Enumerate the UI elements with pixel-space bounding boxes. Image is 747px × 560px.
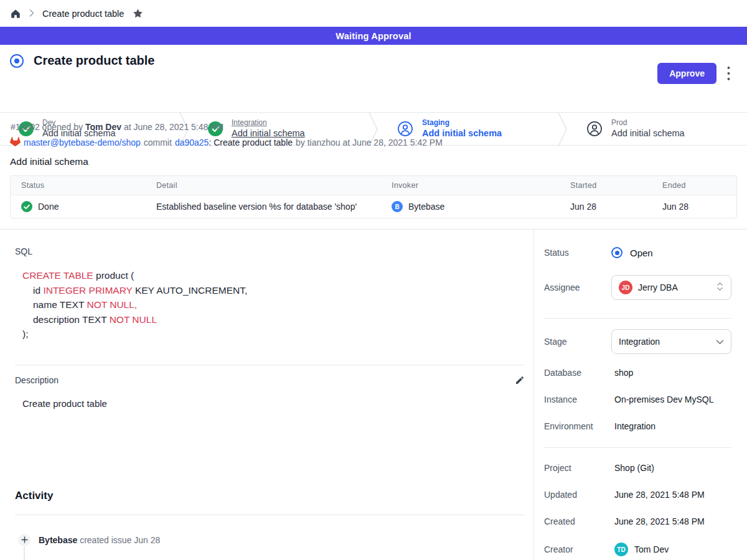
- updated-value: June 28, 2021 5:48 PM: [611, 490, 705, 500]
- divider: [15, 515, 525, 515]
- project-label: Project: [544, 463, 611, 473]
- sql-token: product (: [93, 270, 134, 281]
- stage-select[interactable]: Integration: [611, 329, 731, 354]
- stage-env-label: Integration: [232, 118, 305, 128]
- task-section-title: Add initial schema: [10, 156, 737, 167]
- instance-value: On-premises Dev MySQL: [611, 394, 713, 404]
- content-area: SQL CREATE TABLE product ( id INTEGER PR…: [0, 229, 747, 560]
- commit-word: commit: [144, 138, 172, 147]
- stage-value: Integration: [619, 337, 710, 347]
- table-row[interactable]: Done Established baseline version %s for…: [11, 195, 736, 218]
- status-row: Status Open: [544, 247, 731, 258]
- sql-token: INTEGER PRIMARY: [43, 285, 132, 296]
- instance-row: Instance On-premises Dev MySQL: [544, 394, 731, 404]
- activity-action: created issue Jun 28: [80, 535, 160, 545]
- database-value: shop: [611, 368, 633, 378]
- sql-token: description TEXT: [33, 314, 110, 325]
- person-icon: [397, 121, 413, 137]
- issue-sidebar: Status Open Assignee JD Jerry DBA: [534, 230, 746, 560]
- created-value: June 28, 2021 5:48 PM: [611, 516, 705, 526]
- person-icon: [586, 121, 603, 137]
- sql-token: id: [33, 285, 43, 296]
- creator-row: Creator TD Tom Dev: [544, 543, 731, 556]
- issue-open-icon: [10, 54, 24, 68]
- commit-line: master@bytebase-demo/shop commit da90a25…: [10, 136, 446, 148]
- environment-label: Environment: [544, 421, 611, 431]
- issue-author: Tom Dev: [85, 122, 121, 132]
- issue-title: Create product table: [34, 54, 154, 68]
- task-table: Status Detail Invoker Started Ended Done…: [10, 175, 737, 218]
- sql-token: name TEXT: [33, 299, 87, 310]
- status-label: Status: [544, 248, 611, 258]
- issue-header: Create product table #13002 opened by To…: [0, 45, 747, 112]
- task-ended: Jun 28: [652, 202, 736, 212]
- sql-token: CREATE TABLE: [22, 270, 93, 281]
- home-icon[interactable]: [10, 8, 21, 19]
- open-status-icon: [611, 247, 622, 258]
- creator-avatar: TD: [614, 543, 628, 556]
- created-label: Created: [544, 516, 611, 526]
- task-table-header: Status Detail Invoker Started Ended: [11, 176, 736, 195]
- assignee-label: Assignee: [544, 282, 611, 292]
- issue-meta: #13002 opened by Tom Dev at June 28, 202…: [11, 122, 223, 132]
- task-started: Jun 28: [560, 202, 652, 212]
- environment-value: Integration: [611, 421, 655, 431]
- assignee-value: Jerry DBA: [638, 282, 710, 292]
- stage-prod[interactable]: Prod Add initial schema: [568, 113, 747, 145]
- sql-token: );: [22, 329, 28, 339]
- stage-env-label: Prod: [611, 118, 685, 128]
- sql-token: NOT NULL,: [87, 299, 137, 310]
- stage-separator: [558, 113, 568, 146]
- commit-branch-link[interactable]: master@bytebase-demo/shop: [24, 138, 141, 147]
- created-row: Created June 28, 2021 5:48 PM: [544, 516, 731, 526]
- gitlab-icon: [10, 136, 21, 148]
- instance-label: Instance: [544, 394, 611, 404]
- updated-label: Updated: [544, 490, 611, 500]
- creator-label: Creator: [544, 544, 611, 554]
- sql-token: KEY AUTO_INCREMENT,: [133, 285, 248, 296]
- project-row: Project Shop (Git): [544, 463, 731, 473]
- assignee-avatar: JD: [619, 281, 632, 294]
- description-label: Description: [15, 375, 59, 385]
- status-banner: Waiting Approval: [0, 27, 747, 45]
- activity-item: Bytebase created issue Jun 28: [18, 534, 525, 546]
- status-value: Open: [630, 248, 653, 258]
- stage-label: Stage: [544, 337, 611, 347]
- divider: [15, 365, 525, 365]
- stepper-icon: [716, 281, 724, 294]
- stage-env-label: Staging: [422, 118, 502, 128]
- issue-meta-time: at June 28, 2021 5:48 PM: [124, 122, 223, 132]
- invoker-avatar: B: [392, 201, 403, 212]
- assignee-row: Assignee JD Jerry DBA: [544, 275, 731, 300]
- activity-title: Activity: [15, 490, 525, 502]
- activity-timeline-line: [24, 546, 25, 560]
- sql-label: SQL: [15, 246, 525, 256]
- stage-task-label: Add initial schema: [611, 128, 685, 139]
- more-actions-icon[interactable]: [723, 65, 733, 82]
- project-value: Shop (Git): [611, 463, 654, 473]
- commit-message: : Create product table: [209, 138, 293, 147]
- task-detail: Established baseline version %s for data…: [146, 202, 381, 212]
- issue-meta-prefix: #13002 opened by: [11, 122, 83, 132]
- task-section: Add initial schema Status Detail Invoker…: [0, 146, 747, 229]
- commit-hash-link[interactable]: da90a25: [175, 138, 209, 147]
- database-label: Database: [544, 368, 611, 378]
- edit-pencil-icon[interactable]: [515, 375, 525, 385]
- updated-row: Updated June 28, 2021 5:48 PM: [544, 490, 731, 500]
- breadcrumb-page-title[interactable]: Create product table: [42, 9, 124, 19]
- star-icon[interactable]: [132, 7, 144, 19]
- col-status: Status: [11, 181, 146, 190]
- task-invoker: Bytebase: [408, 202, 444, 212]
- description-content: Create product table: [22, 398, 525, 409]
- sql-token: NOT NULL: [110, 314, 157, 325]
- breadcrumb: Create product table: [0, 0, 747, 27]
- divider: [544, 318, 731, 319]
- approve-button[interactable]: Approve: [657, 63, 716, 84]
- assignee-select[interactable]: JD Jerry DBA: [611, 275, 731, 300]
- sql-code-block: CREATE TABLE product ( id INTEGER PRIMAR…: [15, 268, 525, 342]
- task-status: Done: [38, 202, 59, 212]
- check-icon: [21, 201, 32, 212]
- col-ended: Ended: [652, 181, 736, 190]
- activity-actor: Bytebase: [39, 535, 77, 545]
- col-invoker: Invoker: [381, 181, 560, 190]
